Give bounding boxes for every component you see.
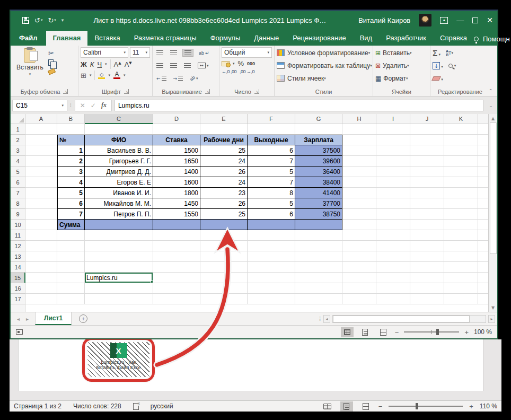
cell-A9[interactable] — [25, 209, 57, 220]
cell-B7[interactable]: 5 — [57, 188, 85, 198]
row-header-6[interactable]: 6 — [11, 177, 25, 188]
delete-cells-button[interactable]: ⊠Удалить ▾ — [375, 60, 411, 71]
cell-D9[interactable]: 1550 — [153, 209, 200, 220]
cell-A15[interactable] — [25, 273, 57, 283]
cell-x14[interactable] — [478, 262, 488, 273]
cell-H7[interactable] — [342, 188, 376, 198]
cell-I14[interactable] — [376, 262, 410, 273]
cell-styles-button[interactable]: Стили ячеек ▾ — [277, 73, 372, 84]
grow-font-button[interactable]: А▲ — [114, 60, 121, 68]
tab-developer[interactable]: Разработчик — [379, 31, 433, 46]
cell-B4[interactable]: 2 — [57, 156, 85, 167]
cell-A2[interactable] — [25, 135, 57, 145]
cell-C15[interactable]: Lumpics.ru — [85, 273, 153, 283]
borders-icon[interactable]: ⊞ — [81, 72, 86, 80]
cell-x2[interactable] — [478, 135, 488, 145]
zoom-slider[interactable] — [404, 331, 459, 332]
cell-A16[interactable] — [25, 283, 57, 294]
cell-J12[interactable] — [410, 241, 444, 251]
row-header-13[interactable]: 13 — [11, 251, 25, 262]
cell-x12[interactable] — [478, 241, 488, 251]
cell-G7[interactable]: 41400 — [295, 188, 342, 198]
cell-F17[interactable] — [248, 294, 295, 304]
cell-H10[interactable] — [342, 220, 376, 230]
cell-H5[interactable] — [342, 167, 376, 177]
align-middle-button[interactable] — [169, 49, 179, 56]
cell-E6[interactable]: 24 — [200, 177, 248, 188]
cell-F9[interactable]: 6 — [248, 209, 295, 220]
cell-E8[interactable]: 26 — [200, 198, 248, 209]
cell-x6[interactable] — [478, 177, 488, 188]
cell-D6[interactable]: 1600 — [153, 177, 200, 188]
save-icon[interactable] — [22, 17, 29, 24]
cell-I9[interactable] — [376, 209, 410, 220]
cell-F2[interactable]: Выходные — [248, 135, 295, 145]
cell-H16[interactable] — [342, 283, 376, 294]
maximize-button[interactable] — [472, 18, 478, 23]
cell-K14[interactable] — [444, 262, 478, 273]
cell-K12[interactable] — [444, 241, 478, 251]
cell-E13[interactable] — [200, 251, 248, 262]
column-header-D[interactable]: D — [153, 114, 200, 124]
zoom-level[interactable]: 100 % — [474, 328, 492, 336]
row-header-3[interactable]: 3 — [11, 145, 25, 156]
cell-C4[interactable]: Григорьев Г. Г. — [85, 156, 153, 167]
cell-E1[interactable] — [200, 124, 248, 135]
cell-F7[interactable]: 8 — [248, 188, 295, 198]
user-avatar[interactable] — [419, 14, 431, 27]
cell-J17[interactable] — [410, 294, 444, 304]
language-indicator[interactable]: русский — [151, 402, 173, 410]
decrease-decimal-button[interactable]: ,00 →,0 — [240, 69, 254, 74]
zoom-in-button[interactable]: + — [464, 328, 469, 336]
align-bottom-button[interactable] — [182, 49, 193, 57]
autosum-button[interactable]: Σ ▾ — [433, 48, 440, 57]
cell-B15[interactable] — [57, 273, 85, 283]
cell-B1[interactable] — [57, 124, 85, 135]
number-dialog-launcher[interactable] — [254, 89, 259, 94]
horizontal-scrollbar[interactable]: ⁞ ◂ ▸ — [319, 312, 497, 325]
cell-A12[interactable] — [25, 241, 57, 251]
cell-G2[interactable]: Зарплата — [295, 135, 342, 145]
cell-x17[interactable] — [478, 294, 488, 304]
hscroll-right-icon[interactable]: ▸ — [488, 315, 495, 323]
cell-K5[interactable] — [444, 167, 478, 177]
cell-D11[interactable] — [153, 230, 200, 241]
cell-C13[interactable] — [85, 251, 153, 262]
row-header-12[interactable]: 12 — [11, 241, 25, 251]
read-mode-button[interactable] — [321, 401, 334, 412]
cell-G15[interactable] — [295, 273, 342, 283]
expand-formula-bar-icon[interactable]: ⌄ — [486, 103, 496, 108]
cell-D2[interactable]: Ставка — [153, 135, 200, 145]
cell-B2[interactable]: № — [57, 135, 85, 145]
cell-C14[interactable] — [85, 262, 153, 273]
align-left-button[interactable] — [155, 62, 165, 69]
cell-K9[interactable] — [444, 209, 478, 220]
cell-B16[interactable] — [57, 283, 85, 294]
cell-D16[interactable] — [153, 283, 200, 294]
cell-G17[interactable] — [295, 294, 342, 304]
shrink-font-button[interactable]: А▼ — [125, 60, 132, 68]
cell-C11[interactable] — [85, 230, 153, 241]
fill-button[interactable]: ↓ ▾ — [433, 62, 443, 70]
cell-F14[interactable] — [248, 262, 295, 273]
cell-x8[interactable] — [478, 198, 488, 209]
fill-color-button[interactable]: ◇ — [98, 72, 105, 79]
cell-J10[interactable] — [410, 220, 444, 230]
cell-D7[interactable]: 1800 — [153, 188, 200, 198]
web-layout-button[interactable] — [359, 401, 372, 412]
clear-button[interactable]: ▾ — [433, 74, 443, 82]
vertical-scroll-thumb[interactable] — [490, 122, 497, 254]
cell-G16[interactable] — [295, 283, 342, 294]
cell-K4[interactable] — [444, 156, 478, 167]
cell-A13[interactable] — [25, 251, 57, 262]
find-select-button[interactable]: ▾ — [448, 64, 456, 68]
cell-C2[interactable]: ФИО — [85, 135, 153, 145]
cell-C10[interactable] — [85, 220, 153, 230]
cell-F10[interactable] — [248, 220, 295, 230]
cell-H4[interactable] — [342, 156, 376, 167]
cell-J13[interactable] — [410, 251, 444, 262]
cell-E5[interactable]: 26 — [200, 167, 248, 177]
cell-E2[interactable]: Рабочие дни — [200, 135, 248, 145]
font-name-combo[interactable]: Calibri▾ — [81, 47, 128, 58]
tab-file[interactable]: Файл — [11, 31, 46, 46]
